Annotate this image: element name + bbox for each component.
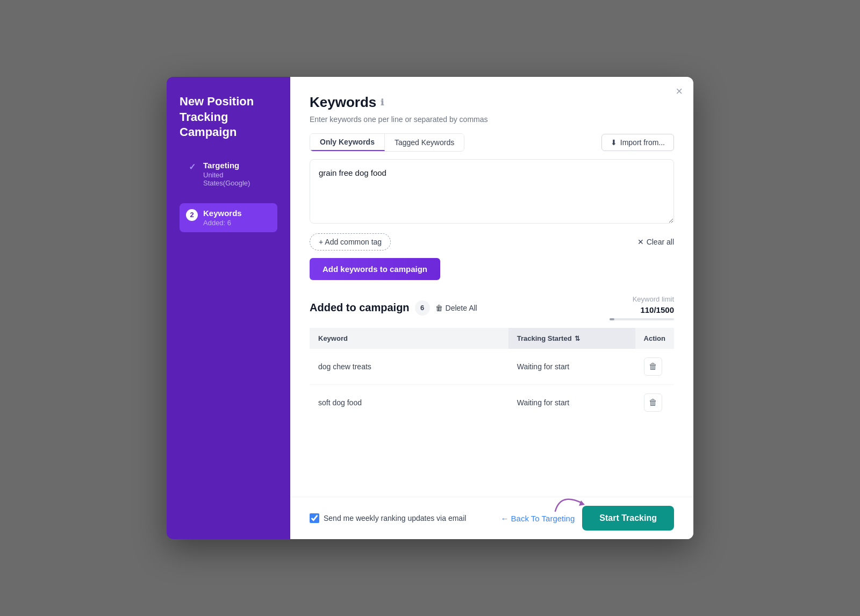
delete-all-label: Delete All [446,304,477,312]
tabs-row: Only Keywords Tagged Keywords ⬇ Import f… [310,133,674,152]
sidebar: New Position Tracking Campaign ✓ Targeti… [167,77,290,539]
sidebar-title: New Position Tracking Campaign [180,94,277,140]
step-targeting-sublabel: United States(Google) [203,171,271,187]
keyword-table-body: dog chew treats Waiting for start 🗑 soft… [310,349,674,420]
footer: Send me weekly ranking updates via email… [290,497,693,539]
main-panel: × Keywords ℹ Enter keywords one per line… [290,77,693,539]
trash-icon: 🗑 [435,304,443,312]
sidebar-step-keywords[interactable]: 2 Keywords Added: 6 [180,203,277,232]
keyword-count-badge: 6 [415,300,430,316]
keyword-limit-label: Keyword limit [633,295,674,303]
import-icon: ⬇ [611,138,617,147]
tracking-status-cell: Waiting for start [508,385,635,421]
email-label-text: Send me weekly ranking updates via email [324,514,466,522]
main-content-area: Keywords ℹ Enter keywords one per line o… [290,77,693,497]
keyword-table: Keyword Tracking Started ⇅ Action dog ch… [310,328,674,420]
col-header-tracking: Tracking Started ⇅ [508,328,635,349]
step-number-icon: 2 [186,209,198,221]
clear-x-icon: ✕ [637,238,644,246]
table-row: dog chew treats Waiting for start 🗑 [310,349,674,385]
clear-all-label: Clear all [647,238,674,246]
email-checkbox-label[interactable]: Send me weekly ranking updates via email [310,513,466,523]
close-button[interactable]: × [676,85,683,97]
added-title: Added to campaign [310,302,410,314]
keyword-cell: dog chew treats [310,349,508,385]
add-common-tag-button[interactable]: + Add common tag [310,233,391,250]
info-icon[interactable]: ℹ [381,97,384,108]
email-checkbox-input[interactable] [310,513,319,523]
clear-all-button[interactable]: ✕ Clear all [637,238,674,246]
section-description: Enter keywords one per line or separated… [310,115,674,124]
sort-icon[interactable]: ⇅ [575,335,580,342]
keywords-input[interactable]: grain free dog food [310,159,674,224]
action-cell: 🗑 [635,349,674,385]
keyword-cell: soft dog food [310,385,508,421]
start-tracking-area: Start Tracking [582,506,674,531]
table-header: Keyword Tracking Started ⇅ Action [310,328,674,349]
back-to-targeting-button[interactable]: ← Back To Targeting [500,514,575,523]
modal: New Position Tracking Campaign ✓ Targeti… [167,77,693,539]
tracking-status-cell: Waiting for start [508,349,635,385]
keyword-limit-value: 110/1500 [640,305,674,314]
keyword-limit-bar-fill [610,318,614,320]
tab-tagged-keywords[interactable]: Tagged Keywords [385,134,464,151]
keywords-title: Keywords [310,94,376,111]
sidebar-step-targeting[interactable]: ✓ Targeting United States(Google) [180,155,277,192]
import-button[interactable]: ⬇ Import from... [601,134,674,151]
keyword-limit-bar [610,318,674,320]
tracking-started-label: Tracking Started [517,334,572,342]
col-header-action: Action [635,328,674,349]
svg-marker-0 [579,500,585,506]
table-row: soft dog food Waiting for start 🗑 [310,385,674,421]
action-cell: 🗑 [635,385,674,421]
delete-all-button[interactable]: 🗑 Delete All [435,304,477,312]
tab-only-keywords[interactable]: Only Keywords [310,134,385,151]
delete-row-button[interactable]: 🗑 [644,393,662,412]
step-check-icon: ✓ [186,161,198,173]
section-title: Keywords ℹ [310,94,674,111]
col-header-keyword: Keyword [310,328,508,349]
add-keywords-button[interactable]: Add keywords to campaign [310,258,440,280]
keyword-tabs: Only Keywords Tagged Keywords [310,133,464,152]
step-targeting-label: Targeting [203,161,271,170]
actions-row: + Add common tag ✕ Clear all [310,233,674,250]
delete-row-button[interactable]: 🗑 [644,357,662,376]
added-header: Added to campaign 6 🗑 Delete All Keyword… [310,295,674,320]
start-tracking-button[interactable]: Start Tracking [582,506,674,531]
sidebar-steps: ✓ Targeting United States(Google) 2 Keyw… [180,155,277,232]
step-keywords-label: Keywords [203,209,242,218]
import-label: Import from... [620,138,665,147]
step-keywords-sublabel: Added: 6 [203,219,242,227]
